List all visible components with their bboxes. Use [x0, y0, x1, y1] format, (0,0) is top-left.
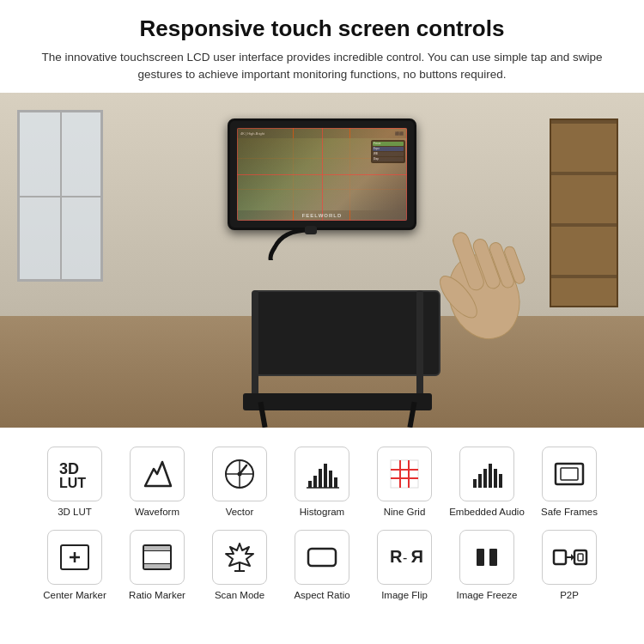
features-grid: 3D LUT 3D LUT Waveform — [0, 428, 644, 618]
hand-image — [386, 179, 558, 350]
svg-text:3D: 3D — [59, 460, 79, 477]
svg-text:R: R — [410, 547, 423, 566]
svg-rect-32 — [499, 474, 502, 488]
nine-grid-icon — [386, 455, 423, 493]
center-marker-icon — [56, 538, 94, 576]
svg-rect-49 — [489, 549, 497, 566]
svg-rect-33 — [556, 464, 583, 484]
page-title: Responsive touch screen controls — [34, 15, 610, 42]
embedded-audio-icon-box — [459, 447, 514, 501]
svg-text:-: - — [403, 550, 407, 565]
image-flip-icon: R - R — [386, 538, 423, 576]
image-freeze-icon-box — [459, 530, 514, 585]
vector-icon — [221, 455, 258, 493]
svg-rect-48 — [477, 549, 484, 566]
p2p-label: P2P — [560, 590, 579, 602]
cable — [266, 226, 318, 260]
monitor-brand: FEELWORLD — [302, 213, 343, 218]
svg-rect-22 — [391, 460, 418, 488]
svg-rect-28 — [478, 474, 482, 488]
svg-rect-44 — [308, 549, 336, 566]
svg-rect-27 — [473, 479, 477, 488]
image-flip-icon-box: R - R — [377, 530, 432, 585]
svg-rect-40 — [144, 546, 170, 550]
feature-scan-mode: Scan Mode — [198, 525, 281, 605]
feature-histogram: Histogram — [281, 441, 363, 522]
svg-rect-34 — [561, 468, 578, 480]
feature-waveform: Waveform — [116, 441, 198, 522]
scan-mode-icon-box — [212, 530, 267, 585]
svg-rect-39 — [143, 550, 171, 564]
waveform-icon-box — [130, 447, 185, 501]
ratio-marker-icon — [138, 538, 176, 576]
svg-text:R: R — [390, 547, 403, 566]
svg-rect-41 — [144, 564, 170, 568]
nine-grid-label: Nine Grid — [384, 507, 426, 519]
features-row-1: 3D LUT 3D LUT Waveform — [17, 441, 627, 522]
svg-rect-29 — [483, 469, 487, 488]
waveform-icon — [138, 455, 176, 493]
svg-rect-17 — [319, 469, 322, 488]
scan-mode-label: Scan Mode — [215, 590, 264, 602]
safe-frames-label: Safe Frames — [541, 507, 598, 519]
p2p-icon — [550, 538, 588, 576]
histogram-label: Histogram — [300, 507, 344, 519]
safe-frames-icon-box — [542, 447, 597, 501]
safe-frames-icon — [550, 455, 588, 493]
svg-rect-18 — [324, 464, 327, 488]
svg-rect-19 — [329, 471, 332, 488]
svg-rect-15 — [308, 481, 312, 488]
svg-marker-9 — [145, 462, 171, 486]
feature-center-marker: Center Marker — [33, 525, 116, 605]
aspect-ratio-icon-box — [295, 530, 349, 585]
svg-rect-54 — [578, 554, 583, 561]
3d-lut-icon-box: 3D LUT — [47, 447, 102, 501]
embedded-audio-icon — [468, 455, 506, 493]
feature-image-freeze: Image Freeze — [446, 525, 528, 605]
page-container: Responsive touch screen controls The inn… — [0, 0, 644, 617]
feature-vector: Vector — [198, 441, 281, 522]
ratio-marker-icon-box — [130, 530, 185, 585]
center-marker-label: Center Marker — [43, 590, 106, 602]
feature-p2p: P2P — [528, 525, 611, 605]
feature-embedded-audio: Embedded Audio — [446, 441, 528, 522]
histogram-icon — [303, 455, 341, 493]
vector-label: Vector — [226, 507, 254, 519]
svg-rect-31 — [494, 469, 497, 488]
header-section: Responsive touch screen controls The inn… — [0, 0, 644, 93]
svg-text:LUT: LUT — [59, 476, 86, 490]
feature-aspect-ratio: Aspect Ratio — [281, 525, 363, 605]
image-freeze-label: Image Freeze — [457, 590, 518, 602]
page-description: The innovative touchscreen LCD user inte… — [34, 49, 610, 84]
waveform-label: Waveform — [135, 507, 179, 519]
features-row-2: Center Marker Ratio Marker — [17, 525, 627, 605]
3d-lut-icon: 3D LUT — [56, 455, 94, 493]
3d-lut-label: 3D LUT — [58, 507, 92, 519]
feature-ratio-marker: Ratio Marker — [116, 525, 198, 605]
svg-rect-50 — [554, 550, 566, 564]
feature-nine-grid: Nine Grid — [363, 441, 446, 522]
svg-rect-6 — [305, 226, 317, 234]
svg-rect-16 — [313, 476, 317, 488]
aspect-ratio-label: Aspect Ratio — [294, 590, 349, 602]
svg-rect-51 — [574, 550, 586, 564]
embedded-audio-label: Embedded Audio — [449, 507, 525, 519]
feature-safe-frames: Safe Frames — [528, 441, 611, 522]
image-freeze-icon — [468, 538, 506, 576]
histogram-icon-box — [295, 447, 349, 501]
p2p-icon-box — [542, 530, 597, 585]
image-flip-label: Image Flip — [381, 590, 428, 602]
scan-mode-icon — [221, 538, 258, 576]
center-marker-icon-box — [47, 530, 102, 585]
vector-icon-box — [212, 447, 267, 501]
feature-3d-lut: 3D LUT 3D LUT — [33, 441, 116, 522]
svg-point-14 — [238, 471, 242, 476]
feature-image-flip: R - R Image Flip — [363, 525, 446, 605]
aspect-ratio-icon — [303, 538, 341, 576]
camera-image-area: 4K | High-Bright ⬛⬛ Focus — [0, 93, 644, 428]
nine-grid-icon-box — [377, 447, 432, 501]
ratio-marker-label: Ratio Marker — [129, 590, 185, 602]
svg-rect-20 — [334, 477, 337, 488]
svg-rect-30 — [489, 464, 492, 488]
